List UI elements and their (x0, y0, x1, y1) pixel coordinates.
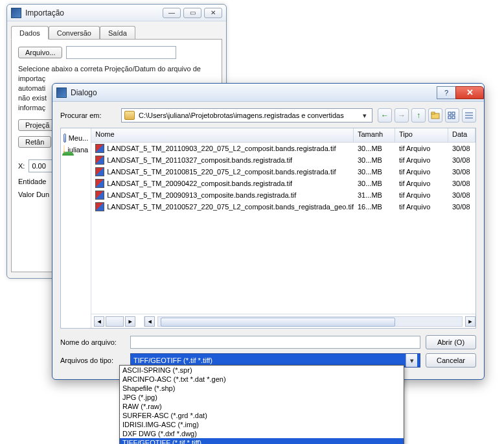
dialog-titlebar[interactable]: Dialogo ? ✕ (52, 84, 484, 102)
col-header-name[interactable]: Nome (91, 128, 354, 142)
close-button[interactable]: ✕ (455, 86, 484, 99)
list-scroll-track[interactable] (157, 316, 463, 327)
svg-rect-4 (448, 116, 451, 119)
open-button[interactable]: Abrir (O) (426, 335, 476, 349)
file-date: 30/08 (448, 203, 475, 211)
tabs: Dados Conversão Saída (7, 21, 226, 39)
import-title: Importação (25, 8, 163, 18)
import-titlebar[interactable]: Importação — ▭ ✕ (7, 5, 226, 21)
places-scroll-right[interactable]: ► (125, 316, 135, 327)
file-area: Meu... juliana Nome Tamanh Tipo Data LAN… (60, 128, 476, 329)
chevron-down-icon: ▾ (406, 354, 417, 367)
cancel-button[interactable]: Cancelar (426, 353, 476, 368)
arquivo-button[interactable]: Arquivo... (18, 47, 62, 58)
minimize-button[interactable]: — (163, 8, 181, 18)
user-icon (63, 145, 65, 154)
list-scroll-left[interactable]: ◄ (144, 316, 155, 327)
tab-saida[interactable]: Saída (100, 26, 135, 40)
entidade-label: Entidade (18, 178, 46, 185)
filetype-option[interactable]: IDRISI.IMG-ASC (*.img) (120, 420, 404, 429)
file-row[interactable]: LANDSAT_5_TM_20100527_220_075_L2_composi… (91, 201, 475, 213)
file-size: 30...MB (354, 145, 395, 152)
tif-icon (95, 144, 104, 153)
filetype-option[interactable]: DXF DWG (*.dxf *.dwg) (120, 429, 404, 438)
view-list-button[interactable] (445, 108, 459, 123)
place-computer-label: Meu... (69, 134, 89, 142)
filetype-dropdown[interactable]: ASCII-SPRING (*.spr)ARCINFO-ASC (*.txt *… (119, 365, 404, 444)
tab-conversao[interactable]: Conversão (49, 26, 100, 40)
file-date: 30/08 (448, 180, 475, 187)
tab-dados[interactable]: Dados (11, 26, 49, 40)
new-folder-button[interactable] (428, 108, 442, 123)
col-header-date[interactable]: Data (448, 128, 475, 142)
dialog-title: Dialogo (71, 88, 437, 97)
valor-dun-label: Valor Dun (18, 191, 49, 198)
places-bar: Meu... juliana (61, 128, 91, 328)
projecao-button[interactable]: Projeçã (18, 119, 56, 131)
file-size: 30...MB (354, 168, 395, 176)
list-header: Nome Tamanh Tipo Data (91, 128, 475, 143)
file-list[interactable]: LANDSAT_5_TM_20110903_220_075_L2_composi… (91, 143, 475, 314)
help-button[interactable]: ? (437, 86, 456, 99)
file-size: 31...MB (354, 191, 395, 199)
col-header-size[interactable]: Tamanh (354, 128, 395, 142)
tif-icon (95, 167, 104, 176)
filetype-option[interactable]: TIFF/GEOTIFF (*.tif *.tiff) (120, 438, 404, 444)
file-type: tif Arquivo (395, 145, 448, 152)
up-dir-button[interactable]: ↑ (411, 108, 426, 123)
file-name: LANDSAT_5_TM_20100815_220_075_L2_composi… (107, 168, 336, 176)
file-row[interactable]: LANDSAT_5_TM_20090913_composite.bands.re… (91, 189, 475, 201)
file-type: tif Arquivo (395, 180, 448, 187)
filetype-label: Arquivos do tipo: (60, 356, 125, 364)
places-scroll-left[interactable]: ◄ (94, 316, 104, 327)
file-row[interactable]: LANDSAT_5_TM_20090422_composit.bands.reg… (91, 178, 475, 189)
tif-icon (95, 179, 104, 188)
place-user[interactable]: juliana (61, 144, 91, 156)
file-name: LANDSAT_5_TM_20110903_220_075_L2_composi… (107, 145, 336, 152)
back-button[interactable]: ← (378, 108, 392, 123)
lookin-combo[interactable]: C:\Users\juliana\Projetobrotas\imagens.r… (121, 108, 372, 123)
filetype-option[interactable]: JPG (*.jpg) (120, 393, 404, 402)
filename-field[interactable] (130, 336, 420, 349)
filetype-option[interactable]: SURFER-ASC (*.grd *.dat) (120, 411, 404, 420)
tif-icon (95, 202, 104, 211)
filetype-value: TIFF/GEOTIFF (*.tif *.tiff) (133, 356, 406, 364)
file-row[interactable]: LANDSAT_5_TM_20110903_220_075_L2_composi… (91, 143, 475, 154)
file-dialog: Dialogo ? ✕ Procurar em: C:\Users\julian… (52, 83, 485, 380)
chevron-down-icon: ▾ (360, 109, 369, 122)
retangulo-button[interactable]: Retân (18, 136, 51, 148)
app-icon (11, 8, 21, 18)
close-button[interactable]: ✕ (204, 8, 222, 18)
arquivo-field[interactable] (66, 46, 176, 59)
file-type: tif Arquivo (395, 156, 448, 164)
file-size: 30...MB (354, 156, 395, 164)
filetype-option[interactable]: ASCII-SPRING (*.spr) (120, 366, 404, 375)
svg-rect-3 (452, 112, 455, 115)
file-size: 16...MB (354, 203, 395, 211)
place-computer[interactable]: Meu... (61, 132, 91, 144)
file-type: tif Arquivo (395, 203, 448, 211)
file-type: tif Arquivo (395, 191, 448, 199)
x-label: X: (18, 162, 25, 170)
file-size: 30...MB (354, 180, 395, 187)
file-name: LANDSAT_5_TM_20090913_composite.bands.re… (107, 191, 296, 199)
filetype-option[interactable]: ARCINFO-ASC (*.txt *.dat *.gen) (120, 375, 404, 384)
places-scroll-thumb[interactable] (106, 316, 124, 327)
forward-button[interactable]: → (395, 108, 409, 123)
file-row[interactable]: LANDSAT_5_TM_20100815_220_075_L2_composi… (91, 166, 475, 178)
lookin-path: C:\Users\juliana\Projetobrotas\imagens.r… (139, 111, 360, 119)
filetype-option[interactable]: Shapefile (*.shp) (120, 384, 404, 393)
app-icon (56, 88, 67, 98)
list-scroll-right[interactable]: ► (465, 316, 475, 327)
file-row[interactable]: LANDSAT_5_TM_20110327_composit.bands.reg… (91, 154, 475, 166)
col-header-type[interactable]: Tipo (395, 128, 448, 142)
filetype-option[interactable]: RAW (*.raw) (120, 402, 404, 411)
file-date: 30/08 (448, 156, 475, 164)
x-field[interactable] (29, 159, 54, 172)
maximize-button[interactable]: ▭ (183, 8, 201, 18)
file-date: 30/08 (448, 191, 475, 199)
view-details-button[interactable] (462, 108, 476, 123)
svg-rect-5 (452, 116, 455, 119)
svg-rect-1 (431, 112, 435, 114)
file-name: LANDSAT_5_TM_20110327_composit.bands.reg… (107, 156, 292, 164)
